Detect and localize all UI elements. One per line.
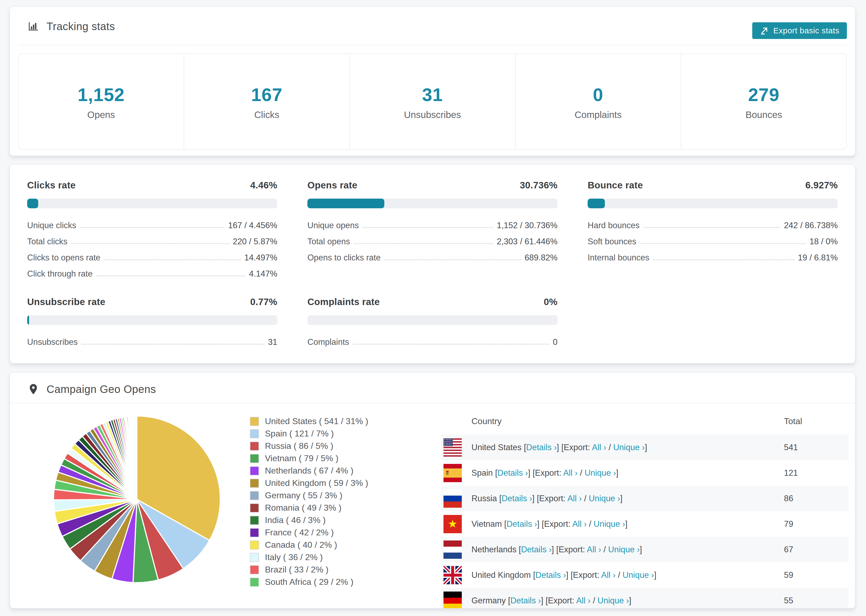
ru-flag-icon bbox=[444, 489, 462, 508]
details-link[interactable]: Details › bbox=[502, 494, 532, 503]
export-unique-link[interactable]: Unique › bbox=[594, 519, 625, 529]
rate-value: 30.736% bbox=[520, 180, 557, 190]
legend-label: Netherlands ( 67 / 4% ) bbox=[265, 466, 353, 476]
legend-swatch bbox=[250, 454, 259, 463]
dotted-leader bbox=[653, 259, 794, 260]
export-unique-link[interactable]: Unique › bbox=[589, 494, 620, 503]
legend-item: Russia ( 86 / 5% ) bbox=[250, 441, 368, 451]
geo-table-header: Country Total bbox=[441, 408, 849, 435]
legend-swatch bbox=[250, 466, 259, 475]
total-cell: 86 bbox=[784, 494, 849, 503]
stat-value: 279 bbox=[681, 84, 846, 105]
metric-value: 689.82% bbox=[525, 253, 557, 262]
metric-value: 19 / 6.81% bbox=[798, 253, 838, 262]
dotted-leader bbox=[384, 259, 521, 260]
pie-slice[interactable] bbox=[137, 416, 137, 499]
rate-value: 6.927% bbox=[805, 180, 838, 190]
legend-label: Vietnam ( 79 / 5% ) bbox=[265, 453, 339, 464]
metric-value: 0 bbox=[553, 337, 557, 347]
stat-complaints: 0 Complaints bbox=[516, 54, 681, 149]
geo-section-title: Campaign Geo Opens bbox=[47, 383, 156, 395]
tracking-stats-card: Tracking stats Export basic stats 1,152 … bbox=[10, 6, 855, 156]
export-all-link[interactable]: All › bbox=[576, 596, 590, 605]
geo-header: Campaign Geo Opens bbox=[10, 373, 855, 403]
export-all-link[interactable]: All › bbox=[572, 519, 587, 529]
country-cell: Russia [Details ›] [Export: All › / Uniq… bbox=[471, 494, 784, 503]
country-cell: Germany [Details ›] [Export: All › / Uni… bbox=[471, 596, 784, 605]
export-unique-link[interactable]: Unique › bbox=[598, 596, 629, 605]
export-all-link[interactable]: All › bbox=[592, 443, 606, 452]
legend-label: Germany ( 55 / 3% ) bbox=[265, 490, 342, 500]
rate-value: 0.77% bbox=[250, 297, 277, 307]
metric-label: Unsubscribes bbox=[27, 337, 78, 347]
details-link[interactable]: Details › bbox=[521, 545, 552, 554]
dotted-leader bbox=[640, 243, 806, 244]
export-all-link[interactable]: All › bbox=[601, 570, 615, 580]
table-row: United States [Details ›] [Export: All ›… bbox=[441, 435, 849, 460]
export-unique-link[interactable]: Unique › bbox=[613, 443, 645, 452]
legend-item: Italy ( 36 / 2% ) bbox=[250, 552, 368, 562]
unsubscribe-rate-block: Unsubscribe rate 0.77% Unsubscribes31 bbox=[27, 297, 277, 347]
export-basic-stats-button[interactable]: Export basic stats bbox=[752, 22, 847, 39]
progress-fill bbox=[27, 315, 29, 325]
bar-chart-icon bbox=[27, 20, 39, 33]
table-row: United Kingdom [Details ›] [Export: All … bbox=[441, 562, 849, 588]
es-flag-icon bbox=[444, 464, 462, 482]
rate-title: Opens rate bbox=[307, 180, 357, 190]
legend-swatch bbox=[250, 565, 259, 574]
rate-title: Bounce rate bbox=[587, 180, 643, 190]
metric-label: Unique clicks bbox=[27, 221, 76, 230]
export-all-link[interactable]: All › bbox=[567, 494, 582, 503]
geo-table: Country Total United States [Details ›] … bbox=[441, 408, 849, 608]
country-cell: United Kingdom [Details ›] [Export: All … bbox=[471, 570, 784, 580]
export-icon bbox=[760, 26, 769, 35]
stat-label: Complaints bbox=[516, 109, 681, 120]
details-link[interactable]: Details › bbox=[510, 596, 541, 605]
legend-item: France ( 42 / 2% ) bbox=[250, 528, 368, 537]
clicks-rate-progressbar bbox=[27, 199, 277, 208]
export-all-link[interactable]: All › bbox=[563, 468, 578, 478]
details-link[interactable]: Details › bbox=[498, 468, 528, 478]
nl-flag-icon bbox=[444, 541, 462, 559]
legend-swatch bbox=[250, 479, 259, 488]
bounce-rate-progressbar bbox=[587, 199, 838, 208]
stat-label: Clicks bbox=[184, 109, 350, 120]
export-all-link[interactable]: All › bbox=[587, 545, 601, 554]
rate-title: Complaints rate bbox=[307, 297, 380, 307]
de-flag-icon bbox=[444, 592, 462, 609]
total-cell: 55 bbox=[784, 596, 849, 605]
legend-item: Brazil ( 33 / 2% ) bbox=[250, 565, 368, 575]
tracking-stats-header: Tracking stats bbox=[10, 7, 855, 45]
stat-unsubscribes: 31 Unsubscribes bbox=[350, 54, 516, 149]
header-divider bbox=[18, 45, 847, 46]
progress-fill bbox=[27, 199, 38, 208]
details-link[interactable]: Details › bbox=[506, 519, 537, 529]
complaints-rate-block: Complaints rate 0% Complaints0 bbox=[307, 297, 557, 347]
metric-label: Hard bounces bbox=[587, 221, 639, 230]
map-pin-icon bbox=[27, 383, 39, 395]
legend-swatch bbox=[250, 516, 259, 525]
metric-value: 2,303 / 61.446% bbox=[497, 237, 557, 247]
gb-flag-icon bbox=[444, 566, 462, 584]
legend-label: Italy ( 36 / 2% ) bbox=[265, 552, 323, 562]
metric-value: 14.497% bbox=[244, 253, 277, 262]
legend-label: Brazil ( 33 / 2% ) bbox=[265, 565, 329, 575]
metric-label: Unique opens bbox=[307, 221, 359, 230]
legend-label: Russia ( 86 / 5% ) bbox=[265, 441, 333, 451]
details-link[interactable]: Details › bbox=[526, 443, 557, 452]
export-unique-link[interactable]: Unique › bbox=[584, 468, 616, 478]
legend-swatch bbox=[250, 442, 259, 451]
complaints-rate-progressbar bbox=[307, 315, 557, 325]
country-cell: Netherlands [Details ›] [Export: All › /… bbox=[471, 545, 784, 555]
export-unique-link[interactable]: Unique › bbox=[623, 570, 654, 580]
rate-title: Unsubscribe rate bbox=[27, 297, 105, 307]
legend-swatch bbox=[250, 553, 259, 562]
details-link[interactable]: Details › bbox=[535, 570, 566, 580]
export-unique-link[interactable]: Unique › bbox=[608, 545, 639, 554]
dotted-leader bbox=[643, 227, 780, 228]
dotted-leader bbox=[80, 227, 225, 228]
opens-rate-progressbar bbox=[307, 199, 557, 208]
legend-label: France ( 42 / 2% ) bbox=[265, 528, 334, 537]
legend-label: United States ( 541 / 31% ) bbox=[265, 416, 368, 426]
rate-value: 4.46% bbox=[250, 180, 277, 190]
